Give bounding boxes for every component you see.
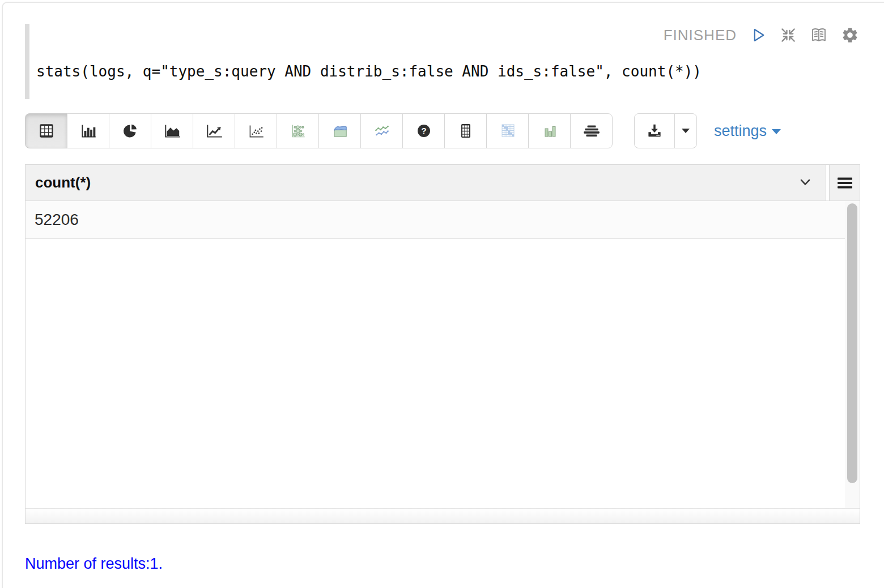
book-icon: [810, 26, 828, 44]
viz-button-pyramid-chart[interactable]: [570, 113, 613, 148]
column-header-label: count(*): [26, 174, 91, 191]
table-rows: 52206: [26, 201, 845, 508]
area-chart-icon: [163, 122, 182, 139]
result-table: count(*): [25, 164, 860, 524]
table-row: 52206: [26, 201, 845, 239]
viz-button-pivot-table[interactable]: [444, 113, 487, 148]
column-header-count[interactable]: count(*): [26, 165, 826, 201]
viz-button-bubble-chart[interactable]: [277, 113, 319, 148]
report-view-button[interactable]: [810, 26, 828, 44]
vertical-scrollbar-thumb[interactable]: [847, 203, 857, 483]
viz-button-multi-line-chart[interactable]: [360, 113, 403, 148]
download-button[interactable]: [634, 113, 675, 148]
results-count-text: Number of results:1.: [25, 555, 163, 573]
table-icon: [37, 122, 56, 139]
chart-type-group: ?: [25, 113, 613, 148]
table-body: 52206: [26, 201, 860, 508]
play-icon: [750, 27, 767, 44]
run-button[interactable]: [750, 27, 767, 44]
viz-button-pie-chart[interactable]: [109, 113, 151, 148]
paragraph-status-bar: FINISHED: [0, 24, 859, 46]
pyramid-bars-icon: [582, 122, 601, 139]
download-group: [634, 113, 697, 148]
viz-button-bar-chart[interactable]: [67, 113, 109, 148]
viz-button-stacked-area-chart[interactable]: [318, 113, 361, 148]
heatmap-icon: [499, 122, 517, 139]
stacked-area-chart-icon: [330, 122, 350, 139]
vertical-scrollbar[interactable]: [845, 201, 860, 508]
table-menu-button[interactable]: [829, 165, 860, 201]
code-editor[interactable]: stats(logs, q="type_s:query AND distrib_…: [36, 62, 702, 80]
table-cell-count: 52206: [26, 211, 79, 229]
viz-button-line-chart[interactable]: [193, 113, 235, 148]
table-header-row: count(*): [26, 165, 860, 201]
bar-chart-icon: [79, 122, 98, 139]
paragraph-settings-button[interactable]: [841, 26, 859, 44]
viz-button-heatmap-chart[interactable]: [486, 113, 529, 148]
editor-gutter: [25, 24, 29, 99]
hamburger-icon: [836, 176, 853, 190]
horizontal-scrollbar[interactable]: [26, 508, 860, 523]
status-badge: FINISHED: [664, 27, 737, 44]
settings-label: settings: [714, 122, 767, 140]
settings-caret-icon: [772, 129, 781, 134]
pie-chart-icon: [121, 122, 139, 139]
chevron-down-icon: [797, 174, 813, 190]
viz-button-table[interactable]: [25, 113, 67, 148]
collapse-button[interactable]: [780, 27, 797, 44]
green-bars-icon: [541, 122, 559, 139]
viz-button-area-chart[interactable]: [151, 113, 193, 148]
download-icon: [646, 122, 663, 139]
compress-icon: [780, 27, 797, 44]
bubble-chart-icon: [288, 122, 308, 139]
multi-line-chart-icon: [372, 122, 392, 139]
question-circle-icon: ?: [415, 122, 433, 139]
line-chart-icon: [205, 122, 224, 139]
viz-button-column-chart[interactable]: [528, 113, 571, 148]
sort-chevron-button[interactable]: [797, 174, 813, 192]
viz-toolbar: ?: [25, 113, 781, 148]
gear-icon: [841, 26, 859, 44]
viz-button-scatter-chart[interactable]: [235, 113, 277, 148]
viz-button-help[interactable]: ?: [402, 113, 445, 148]
caret-down-icon: [681, 127, 691, 135]
download-options-button[interactable]: [674, 113, 697, 148]
pivot-grid-icon: [457, 122, 475, 139]
zeppelin-paragraph: FINISHED: [0, 0, 884, 588]
scatter-chart-icon: [246, 122, 266, 139]
svg-text:?: ?: [421, 126, 426, 135]
settings-link[interactable]: settings: [714, 122, 781, 140]
